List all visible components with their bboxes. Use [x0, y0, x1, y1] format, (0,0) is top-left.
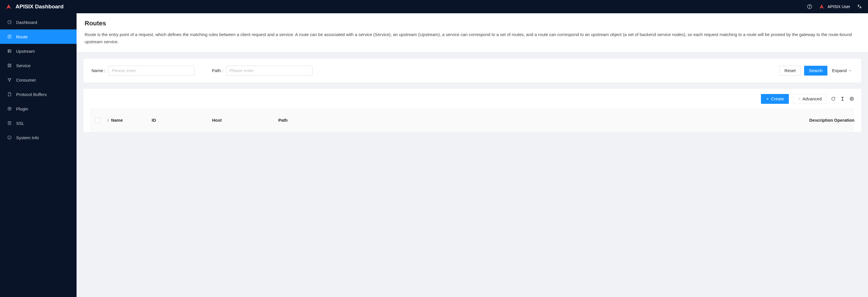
- column-path: Path: [275, 118, 341, 123]
- expand-toggle[interactable]: Expand: [831, 68, 853, 73]
- svg-rect-11: [10, 66, 11, 67]
- chevron-down-icon: [848, 69, 852, 72]
- select-all-cell: [91, 118, 103, 123]
- svg-point-7: [8, 52, 9, 52]
- advanced-label: Advanced: [802, 96, 822, 101]
- sidebar-item-dashboard[interactable]: Dashboard: [0, 15, 76, 29]
- user-name: APISIX User: [828, 4, 850, 9]
- name-field: Name :: [92, 66, 194, 76]
- svg-point-6: [8, 50, 9, 51]
- sidebar-menu: Dashboard Route Upstream Service: [0, 13, 76, 145]
- cert-icon: [7, 120, 12, 126]
- sidebar-item-label: SSL: [16, 121, 24, 126]
- column-label: Name: [111, 118, 123, 123]
- sidebar-item-label: Consumer: [16, 78, 36, 82]
- server-icon: [7, 49, 12, 54]
- svg-point-12: [8, 78, 9, 79]
- svg-rect-9: [10, 64, 11, 65]
- svg-rect-8: [8, 64, 9, 65]
- create-button[interactable]: Create: [761, 94, 789, 104]
- path-field: Path :: [212, 66, 312, 76]
- column-label: Path: [278, 118, 288, 123]
- expand-label: Expand: [832, 68, 847, 73]
- table-header-row: ▲▼ Name ID Host Path: [91, 108, 854, 132]
- path-label: Path :: [212, 68, 223, 73]
- info-icon: [7, 135, 12, 140]
- svg-rect-10: [8, 66, 9, 67]
- user-logo-icon: [819, 4, 825, 9]
- sidebar: Dashboard Route Upstream Service: [0, 0, 76, 297]
- create-label: Create: [771, 96, 784, 101]
- column-host: Host: [209, 118, 275, 123]
- advanced-button[interactable]: Advanced: [793, 94, 827, 104]
- sidebar-item-service[interactable]: Service: [0, 58, 76, 73]
- plus-icon: [766, 97, 769, 101]
- sidebar-item-label: Upstream: [16, 49, 35, 54]
- sidebar-item-consumer[interactable]: Consumer: [0, 73, 76, 87]
- column-height-icon[interactable]: [840, 96, 845, 102]
- column-description: Description: [806, 118, 831, 123]
- file-icon: [7, 92, 12, 97]
- page-title: Routes: [85, 20, 860, 27]
- column-id: ID: [148, 118, 209, 123]
- column-label: Description: [809, 118, 833, 123]
- reset-button[interactable]: Reset: [779, 66, 800, 76]
- content-body: Name : Path : Reset Search Expand: [76, 52, 868, 139]
- table-card: Create Advanced: [84, 89, 861, 132]
- search-button[interactable]: Search: [804, 66, 828, 76]
- help-icon[interactable]: [807, 4, 812, 9]
- column-name[interactable]: ▲▼ Name: [103, 118, 148, 123]
- svg-point-13: [10, 78, 11, 79]
- language-icon[interactable]: [857, 4, 862, 9]
- sidebar-item-label: System Info: [16, 135, 39, 140]
- column-label: Host: [212, 118, 222, 123]
- page-header: Routes Route is the entry point of a req…: [76, 13, 868, 52]
- sidebar-item-label: Protocol Buffers: [16, 92, 46, 97]
- grid-icon: [7, 63, 12, 68]
- select-all-checkbox[interactable]: [95, 118, 100, 123]
- logo-icon: [6, 4, 11, 9]
- sidebar-item-upstream[interactable]: Upstream: [0, 44, 76, 58]
- sidebar-item-label: Route: [16, 34, 28, 39]
- name-label: Name :: [92, 68, 105, 73]
- settings-icon[interactable]: [849, 96, 854, 102]
- svg-point-17: [851, 98, 852, 99]
- sidebar-item-label: Plugin: [16, 106, 28, 111]
- app-name: APISIX Dashboard: [16, 3, 64, 10]
- sidebar-item-sysinfo[interactable]: System Info: [0, 130, 76, 145]
- sidebar-item-label: Dashboard: [16, 20, 37, 25]
- topbar-right: APISIX User: [807, 4, 862, 9]
- search-card: Name : Path : Reset Search Expand: [84, 59, 861, 82]
- route-icon: [7, 34, 12, 39]
- table-header: ▲▼ Name ID Host Path: [90, 108, 854, 132]
- svg-rect-15: [8, 122, 11, 125]
- reload-icon[interactable]: [831, 96, 836, 102]
- user-block[interactable]: APISIX User: [819, 4, 850, 9]
- name-input[interactable]: [108, 66, 194, 76]
- cube-icon: [7, 106, 12, 111]
- sort-icon: ▲▼: [107, 118, 110, 122]
- topbar: APISIX Dashboard APISIX User: [0, 0, 868, 13]
- sidebar-item-label: Service: [16, 63, 31, 68]
- brand[interactable]: APISIX Dashboard: [0, 3, 76, 10]
- content: Routes Route is the entry point of a req…: [76, 0, 868, 297]
- column-operation: Operation: [831, 118, 854, 123]
- svg-point-14: [9, 81, 10, 82]
- sidebar-item-protobuf[interactable]: Protocol Buffers: [0, 87, 76, 102]
- sidebar-item-route[interactable]: Route: [0, 29, 76, 44]
- sidebar-item-ssl[interactable]: SSL: [0, 116, 76, 130]
- gauge-icon: [7, 20, 12, 25]
- nodes-icon: [7, 77, 12, 82]
- sidebar-item-plugin[interactable]: Plugin: [0, 102, 76, 116]
- path-input[interactable]: [226, 66, 313, 76]
- table-toolbar: Create Advanced: [90, 94, 854, 104]
- page-description: Route is the entry point of a request, w…: [85, 31, 860, 46]
- column-label: Operation: [834, 118, 855, 123]
- chevron-down-icon: [798, 98, 801, 100]
- column-label: ID: [152, 118, 156, 123]
